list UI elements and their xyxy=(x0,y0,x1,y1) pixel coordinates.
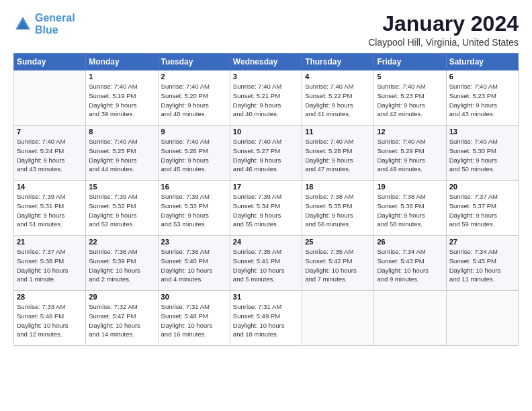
day-number: 3 xyxy=(233,73,299,81)
weekday-header-tuesday: Tuesday xyxy=(158,54,230,71)
day-info: Sunrise: 7:40 AMSunset: 5:20 PMDaylight:… xyxy=(161,82,227,119)
day-number: 8 xyxy=(89,128,154,136)
weekday-header-thursday: Thursday xyxy=(302,54,374,71)
day-cell: 26Sunrise: 7:34 AMSunset: 5:43 PMDayligh… xyxy=(374,236,446,291)
day-info: Sunrise: 7:40 AMSunset: 5:26 PMDaylight:… xyxy=(161,137,227,174)
day-info: Sunrise: 7:39 AMSunset: 5:34 PMDaylight:… xyxy=(233,192,299,229)
day-number: 19 xyxy=(377,183,443,191)
day-cell: 4Sunrise: 7:40 AMSunset: 5:22 PMDaylight… xyxy=(302,71,374,126)
day-number: 1 xyxy=(89,73,154,81)
logo-icon xyxy=(13,15,32,34)
day-number: 13 xyxy=(449,128,515,136)
title-block: January 2024 Claypool Hill, Virginia, Un… xyxy=(368,12,519,48)
day-number: 24 xyxy=(233,238,299,246)
day-number: 9 xyxy=(161,128,227,136)
day-cell: 19Sunrise: 7:38 AMSunset: 5:36 PMDayligh… xyxy=(374,181,446,236)
page: General Blue January 2024 Claypool Hill,… xyxy=(0,0,532,411)
week-row-5: 28Sunrise: 7:33 AMSunset: 5:46 PMDayligh… xyxy=(14,291,519,346)
day-cell: 5Sunrise: 7:40 AMSunset: 5:23 PMDaylight… xyxy=(374,71,446,126)
day-cell: 24Sunrise: 7:35 AMSunset: 5:41 PMDayligh… xyxy=(230,236,302,291)
day-cell: 22Sunrise: 7:36 AMSunset: 5:39 PMDayligh… xyxy=(86,236,158,291)
day-number: 16 xyxy=(161,183,227,191)
day-info: Sunrise: 7:36 AMSunset: 5:39 PMDaylight:… xyxy=(89,247,154,284)
day-number: 12 xyxy=(377,128,443,136)
weekday-header-monday: Monday xyxy=(86,54,158,71)
day-number: 31 xyxy=(233,293,299,301)
day-info: Sunrise: 7:35 AMSunset: 5:41 PMDaylight:… xyxy=(233,247,299,284)
weekday-header-saturday: Saturday xyxy=(446,54,518,71)
day-info: Sunrise: 7:40 AMSunset: 5:24 PMDaylight:… xyxy=(17,137,83,174)
day-number: 14 xyxy=(17,183,83,191)
day-cell: 9Sunrise: 7:40 AMSunset: 5:26 PMDaylight… xyxy=(158,126,230,181)
day-info: Sunrise: 7:38 AMSunset: 5:35 PMDaylight:… xyxy=(305,192,371,229)
week-row-1: 1Sunrise: 7:40 AMSunset: 5:19 PMDaylight… xyxy=(14,71,519,126)
subtitle: Claypool Hill, Virginia, United States xyxy=(368,37,519,48)
calendar: SundayMondayTuesdayWednesdayThursdayFrid… xyxy=(13,53,519,346)
day-cell: 10Sunrise: 7:40 AMSunset: 5:27 PMDayligh… xyxy=(230,126,302,181)
day-info: Sunrise: 7:31 AMSunset: 5:48 PMDaylight:… xyxy=(161,302,227,339)
day-info: Sunrise: 7:34 AMSunset: 5:45 PMDaylight:… xyxy=(449,247,515,284)
day-number: 23 xyxy=(161,238,227,246)
day-info: Sunrise: 7:39 AMSunset: 5:33 PMDaylight:… xyxy=(161,192,227,229)
day-number: 27 xyxy=(449,238,515,246)
day-number: 18 xyxy=(305,183,371,191)
day-cell: 20Sunrise: 7:37 AMSunset: 5:37 PMDayligh… xyxy=(446,181,518,236)
day-number: 25 xyxy=(305,238,371,246)
week-row-4: 21Sunrise: 7:37 AMSunset: 5:38 PMDayligh… xyxy=(14,236,519,291)
day-info: Sunrise: 7:32 AMSunset: 5:47 PMDaylight:… xyxy=(89,302,154,339)
day-info: Sunrise: 7:37 AMSunset: 5:37 PMDaylight:… xyxy=(449,192,515,229)
day-number: 15 xyxy=(89,183,154,191)
day-info: Sunrise: 7:34 AMSunset: 5:43 PMDaylight:… xyxy=(377,247,443,284)
day-cell: 28Sunrise: 7:33 AMSunset: 5:46 PMDayligh… xyxy=(14,291,86,346)
day-info: Sunrise: 7:39 AMSunset: 5:31 PMDaylight:… xyxy=(17,192,83,229)
day-cell: 7Sunrise: 7:40 AMSunset: 5:24 PMDaylight… xyxy=(14,126,86,181)
day-info: Sunrise: 7:37 AMSunset: 5:38 PMDaylight:… xyxy=(17,247,83,284)
logo: General Blue xyxy=(13,12,75,36)
day-info: Sunrise: 7:40 AMSunset: 5:27 PMDaylight:… xyxy=(233,137,299,174)
day-number: 6 xyxy=(449,73,515,81)
day-cell: 23Sunrise: 7:36 AMSunset: 5:40 PMDayligh… xyxy=(158,236,230,291)
day-cell: 14Sunrise: 7:39 AMSunset: 5:31 PMDayligh… xyxy=(14,181,86,236)
weekday-header-wednesday: Wednesday xyxy=(230,54,302,71)
day-cell: 31Sunrise: 7:31 AMSunset: 5:49 PMDayligh… xyxy=(230,291,302,346)
day-cell: 27Sunrise: 7:34 AMSunset: 5:45 PMDayligh… xyxy=(446,236,518,291)
day-number: 28 xyxy=(17,293,83,301)
day-info: Sunrise: 7:39 AMSunset: 5:32 PMDaylight:… xyxy=(89,192,154,229)
day-cell: 3Sunrise: 7:40 AMSunset: 5:21 PMDaylight… xyxy=(230,71,302,126)
day-cell: 11Sunrise: 7:40 AMSunset: 5:28 PMDayligh… xyxy=(302,126,374,181)
logo-line1: General xyxy=(35,12,75,24)
day-cell: 13Sunrise: 7:40 AMSunset: 5:30 PMDayligh… xyxy=(446,126,518,181)
day-number: 2 xyxy=(161,73,227,81)
main-title: January 2024 xyxy=(368,12,519,36)
day-number: 26 xyxy=(377,238,443,246)
day-number: 30 xyxy=(161,293,227,301)
day-info: Sunrise: 7:40 AMSunset: 5:23 PMDaylight:… xyxy=(377,82,443,119)
day-info: Sunrise: 7:40 AMSunset: 5:23 PMDaylight:… xyxy=(449,82,515,119)
day-cell: 15Sunrise: 7:39 AMSunset: 5:32 PMDayligh… xyxy=(86,181,158,236)
day-number: 21 xyxy=(17,238,83,246)
weekday-header-row: SundayMondayTuesdayWednesdayThursdayFrid… xyxy=(14,54,519,71)
day-number: 5 xyxy=(377,73,443,81)
day-number: 22 xyxy=(89,238,154,246)
day-info: Sunrise: 7:40 AMSunset: 5:22 PMDaylight:… xyxy=(305,82,371,119)
day-cell: 29Sunrise: 7:32 AMSunset: 5:47 PMDayligh… xyxy=(86,291,158,346)
week-row-2: 7Sunrise: 7:40 AMSunset: 5:24 PMDaylight… xyxy=(14,126,519,181)
day-cell: 21Sunrise: 7:37 AMSunset: 5:38 PMDayligh… xyxy=(14,236,86,291)
day-info: Sunrise: 7:40 AMSunset: 5:28 PMDaylight:… xyxy=(305,137,371,174)
day-info: Sunrise: 7:40 AMSunset: 5:21 PMDaylight:… xyxy=(233,82,299,119)
day-number: 7 xyxy=(17,128,83,136)
day-cell: 17Sunrise: 7:39 AMSunset: 5:34 PMDayligh… xyxy=(230,181,302,236)
day-number: 29 xyxy=(89,293,154,301)
day-cell: 8Sunrise: 7:40 AMSunset: 5:25 PMDaylight… xyxy=(86,126,158,181)
day-info: Sunrise: 7:40 AMSunset: 5:30 PMDaylight:… xyxy=(449,137,515,174)
day-number: 11 xyxy=(305,128,371,136)
weekday-header-sunday: Sunday xyxy=(14,54,86,71)
day-cell xyxy=(374,291,446,346)
day-cell: 25Sunrise: 7:35 AMSunset: 5:42 PMDayligh… xyxy=(302,236,374,291)
day-cell xyxy=(446,291,518,346)
week-row-3: 14Sunrise: 7:39 AMSunset: 5:31 PMDayligh… xyxy=(14,181,519,236)
day-info: Sunrise: 7:31 AMSunset: 5:49 PMDaylight:… xyxy=(233,302,299,339)
logo-text: General Blue xyxy=(35,12,75,36)
day-cell: 6Sunrise: 7:40 AMSunset: 5:23 PMDaylight… xyxy=(446,71,518,126)
day-cell: 18Sunrise: 7:38 AMSunset: 5:35 PMDayligh… xyxy=(302,181,374,236)
